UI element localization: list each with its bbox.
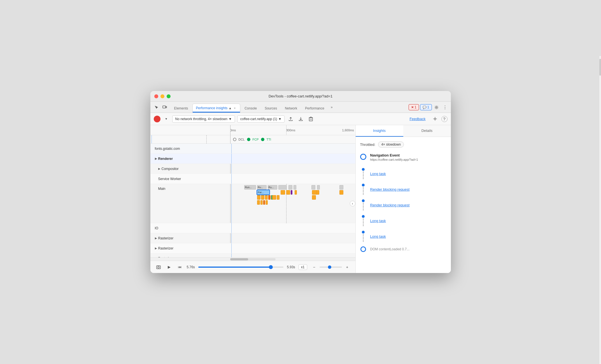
flame-par-selected[interactable]: Par...: [257, 190, 269, 195]
insight-dot-4: [362, 215, 365, 218]
close-button[interactable]: [154, 94, 158, 98]
compositor-expand-icon[interactable]: ▶: [158, 167, 160, 170]
record-dropdown-icon[interactable]: ▼: [163, 115, 170, 123]
flame-gray-7[interactable]: [311, 185, 315, 190]
more-options-icon[interactable]: ⋮: [441, 104, 449, 111]
tab-elements[interactable]: Elements: [171, 104, 192, 113]
flame-gray-4[interactable]: [278, 185, 287, 190]
tab-bar: Elements Performance insights ▲ × Consol…: [150, 102, 451, 113]
scrubber-thumb[interactable]: [269, 265, 273, 269]
flame-mid-4[interactable]: [295, 190, 297, 195]
tti-label: TTI: [267, 138, 271, 141]
long-task-2-link[interactable]: Long task: [370, 219, 386, 223]
row-label-fonts: fonts.gstatic.com: [150, 147, 230, 151]
insight-line-2: [363, 187, 364, 195]
device-icon[interactable]: [161, 104, 168, 111]
zoom-track[interactable]: [320, 267, 342, 268]
skip-to-start-icon[interactable]: ⏮: [176, 263, 183, 271]
maximize-button[interactable]: [167, 94, 171, 98]
minimize-button[interactable]: [160, 94, 164, 98]
cursor-line-r3: [231, 253, 232, 257]
flame-yellow-2[interactable]: [261, 195, 264, 200]
renderer-expand-icon[interactable]: ▶: [155, 157, 157, 160]
feedback-link[interactable]: Feedback: [409, 117, 425, 121]
tab-performance[interactable]: Performance: [301, 104, 328, 113]
h-scrollbar-track[interactable]: [230, 258, 276, 260]
flame-deep-3[interactable]: [263, 200, 265, 205]
flame-deep-2[interactable]: [260, 200, 263, 205]
flame-mid-1[interactable]: [281, 190, 285, 195]
start-time-display: 5.76s: [187, 265, 195, 269]
tab-insights[interactable]: Insights: [356, 125, 403, 137]
tab-details[interactable]: Details: [403, 125, 451, 137]
target-dropdown[interactable]: coffee-cart.netlify.app (1) ▼: [237, 115, 285, 123]
flame-right-2[interactable]: [312, 195, 316, 200]
flame-mid-3[interactable]: [291, 190, 292, 195]
insight-long-task-1: Long task: [360, 166, 446, 181]
flame-deep-1[interactable]: [257, 200, 260, 205]
flame-run-1[interactable]: Run...: [244, 185, 256, 190]
pointer-icon[interactable]: [153, 104, 160, 111]
zoom-out-icon[interactable]: −: [311, 263, 318, 271]
timeline-area[interactable]: fonts.gstatic.com ▶ Renderer: [150, 144, 355, 257]
svg-rect-1: [166, 106, 167, 108]
record-button[interactable]: [154, 116, 160, 122]
flame-gray-8[interactable]: [317, 185, 320, 190]
render-block-1-link[interactable]: Render blocking request: [370, 187, 410, 192]
long-task-3-link[interactable]: Long task: [370, 234, 386, 239]
speed-badge[interactable]: x1: [299, 264, 307, 270]
window-title: DevTools - coffee-cart.netlify.app/?ad=1: [269, 94, 332, 98]
row-content-rasterizer-2: [230, 243, 355, 253]
flame-orange-1[interactable]: [268, 195, 271, 200]
tab-network[interactable]: Network: [281, 104, 301, 113]
download-icon[interactable]: [297, 115, 305, 123]
dom-circle-icon: [360, 246, 366, 252]
help-icon[interactable]: ?: [441, 116, 448, 122]
flame-mid-2[interactable]: [286, 190, 290, 195]
tab-close-icon[interactable]: ×: [233, 106, 237, 110]
rasterizer3-expand-icon[interactable]: ▶: [155, 257, 157, 257]
flame-gray-5[interactable]: [288, 185, 292, 190]
tab-performance-insights[interactable]: Performance insights ▲ ×: [192, 104, 241, 113]
zoom-thumb[interactable]: [328, 265, 331, 269]
error-badge[interactable]: ✕ 1: [409, 104, 419, 110]
flame-gray-9[interactable]: [339, 185, 343, 190]
tab-console[interactable]: Console: [241, 104, 260, 113]
throttling-dropdown[interactable]: No network throttling, 4× slowdown ▼: [172, 115, 235, 123]
message-count: 1: [427, 105, 429, 109]
flame-yellow-5[interactable]: [277, 195, 279, 200]
delete-icon[interactable]: [307, 115, 315, 123]
flame-gray-6[interactable]: [293, 185, 296, 190]
screenshot-icon[interactable]: [155, 263, 162, 271]
flame-far-1[interactable]: [339, 190, 343, 195]
settings2-icon[interactable]: [431, 115, 439, 123]
flame-run-2[interactable]: Ru...: [257, 185, 267, 190]
message-badge[interactable]: 💬 1: [420, 104, 432, 110]
insights-tabs: Insights Details: [356, 125, 451, 137]
flame-run-3[interactable]: Ru...: [268, 185, 277, 190]
render-block-2-link[interactable]: Render blocking request: [370, 203, 410, 207]
play-icon[interactable]: ▶: [166, 263, 173, 271]
h-scrollbar-thumb[interactable]: [230, 258, 248, 260]
settings-icon[interactable]: [433, 104, 440, 111]
long-task-1-link[interactable]: Long task: [370, 172, 386, 176]
tab-sources[interactable]: Sources: [261, 104, 281, 113]
timeline-panel: 0ms 800ms 1,600ms DCL FCP TTI: [150, 125, 356, 273]
upload-icon[interactable]: [287, 115, 295, 123]
cursor-line-sw: [231, 174, 232, 184]
flame-deep-4[interactable]: [265, 200, 268, 205]
flame-right-3[interactable]: [316, 190, 319, 195]
rasterizer2-expand-icon[interactable]: ▶: [155, 247, 157, 250]
zoom-in-icon[interactable]: +: [344, 263, 351, 271]
flame-yellow-3[interactable]: [265, 195, 268, 200]
throttled-label: Throttled:: [360, 143, 376, 147]
flame-yellow-4[interactable]: [272, 195, 276, 200]
rasterizer1-expand-icon[interactable]: ▶: [155, 237, 157, 240]
cursor-line-io: [231, 223, 232, 233]
scrubber-track[interactable]: [198, 267, 284, 268]
insight-line-1: [363, 171, 364, 179]
flame-yellow-1[interactable]: [257, 195, 260, 200]
more-tabs-button[interactable]: »: [329, 104, 335, 111]
devtools-window: DevTools - coffee-cart.netlify.app/?ad=1…: [150, 91, 451, 273]
timeline-expand-arrow[interactable]: ›: [350, 201, 355, 206]
